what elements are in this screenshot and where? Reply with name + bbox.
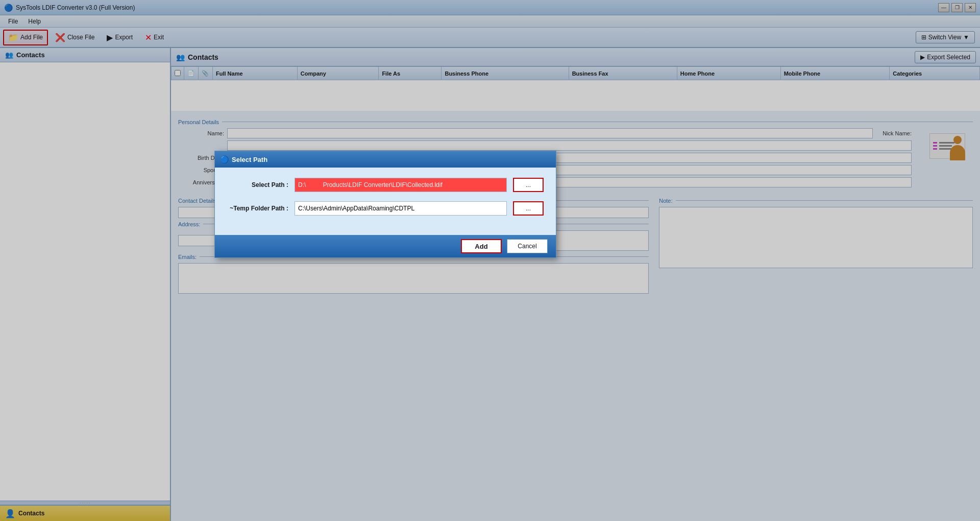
select-path-input[interactable] xyxy=(295,178,507,192)
dialog-body: Select Path : ... ~Temp Folder Path : ..… xyxy=(215,168,556,235)
dialog-icon: 🔵 xyxy=(220,155,229,163)
select-path-row: Select Path : ... xyxy=(227,178,544,192)
temp-folder-row: ~Temp Folder Path : ... xyxy=(227,201,544,216)
select-path-label: Select Path : xyxy=(227,181,288,188)
select-path-browse-button[interactable]: ... xyxy=(513,178,544,192)
temp-folder-input[interactable] xyxy=(295,201,507,216)
select-path-dialog: 🔵 Select Path Select Path : ... ~Temp Fo… xyxy=(214,151,556,258)
dialog-add-button[interactable]: Add xyxy=(461,239,502,253)
dialog-cancel-button[interactable]: Cancel xyxy=(507,239,548,253)
temp-folder-label: ~Temp Folder Path : xyxy=(227,205,288,212)
dialog-titlebar: 🔵 Select Path xyxy=(215,151,556,168)
dialog-overlay xyxy=(0,0,980,521)
temp-folder-browse-button[interactable]: ... xyxy=(513,201,544,216)
dialog-title: Select Path xyxy=(232,156,267,163)
dialog-footer: Add Cancel xyxy=(215,235,556,257)
